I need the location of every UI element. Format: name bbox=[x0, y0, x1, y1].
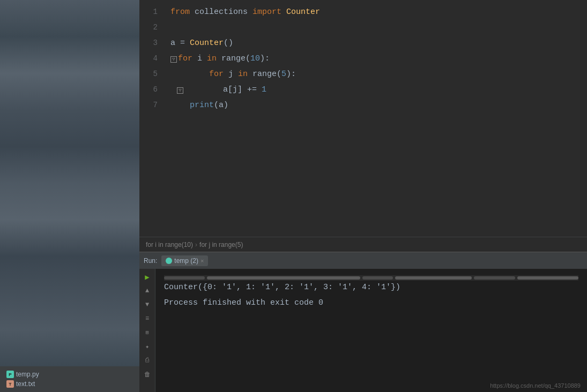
console-area: ▶ ▲ ▼ ≡ ⊞ ✦ ⎙ 🗑 Cou bbox=[139, 269, 587, 392]
breadcrumb-sep-1: › bbox=[195, 241, 197, 248]
run-tab-text: temp (2) bbox=[174, 257, 198, 265]
file-name-txt: text.txt bbox=[16, 380, 35, 388]
run-tab-python-icon bbox=[166, 258, 172, 264]
run-tab-close-button[interactable]: × bbox=[200, 258, 204, 264]
line-number-3: 3 bbox=[139, 35, 166, 50]
line-content-3: a = Counter() bbox=[166, 36, 587, 51]
editor-area: 1 from collections import Counter 2 3 a … bbox=[139, 0, 587, 392]
line-content-5: for j in range(5): bbox=[166, 67, 587, 82]
code-line-5: 5 for j in range(5): bbox=[139, 66, 587, 82]
delete-button[interactable]: 🗑 bbox=[143, 370, 152, 379]
file-item-py[interactable]: P temp.py bbox=[4, 370, 135, 379]
run-tab[interactable]: temp (2) × bbox=[161, 255, 208, 266]
file-item-txt[interactable]: T text.txt bbox=[4, 379, 135, 389]
code-line-6: 6 ▽ a[j] += 1 bbox=[139, 82, 587, 97]
console-scrollbar bbox=[164, 275, 578, 281]
scrollbar-seg-1 bbox=[164, 276, 205, 280]
breadcrumb-bar: for i in range(10) › for j in range(5) bbox=[139, 237, 587, 252]
line-content-2 bbox=[166, 20, 587, 35]
scrollbar-seg-5 bbox=[474, 276, 515, 280]
line-content-7: print(a) bbox=[166, 98, 587, 113]
filter-button[interactable]: ⊞ bbox=[143, 328, 152, 337]
left-sidebar: P temp.py T text.txt bbox=[0, 0, 139, 392]
run-label: Run: bbox=[144, 257, 157, 265]
play-button[interactable]: ▶ bbox=[143, 272, 152, 282]
scrollbar-seg-6 bbox=[517, 276, 578, 280]
line-number-5: 5 bbox=[139, 66, 166, 81]
line-number-1: 1 bbox=[139, 4, 166, 19]
breadcrumb-item-2[interactable]: for j in range(5) bbox=[199, 241, 243, 248]
scroll-down-button[interactable]: ▼ bbox=[143, 300, 152, 310]
line-content-1: from collections import Counter bbox=[166, 5, 587, 20]
sidebar-blurred-content bbox=[0, 0, 139, 366]
code-lines[interactable]: 1 from collections import Counter 2 3 a … bbox=[139, 0, 587, 237]
line-content-4: ▽for i in range(10): bbox=[166, 51, 587, 66]
file-name-py: temp.py bbox=[16, 371, 39, 378]
sidebar-files: P temp.py T text.txt bbox=[0, 366, 139, 392]
console-output-line2: Process finished with exit code 0 bbox=[164, 298, 578, 307]
code-container: 1 from collections import Counter 2 3 a … bbox=[139, 0, 587, 237]
print-button[interactable]: ⎙ bbox=[143, 356, 152, 365]
scrollbar-seg-3 bbox=[362, 276, 393, 280]
line-number-4: 4 bbox=[139, 51, 166, 66]
code-line-7: 7 print(a) bbox=[139, 97, 587, 113]
pin-button[interactable]: ✦ bbox=[143, 342, 152, 351]
align-button[interactable]: ≡ bbox=[143, 314, 152, 323]
console-left-toolbar: ▶ ▲ ▼ ≡ ⊞ ✦ ⎙ 🗑 bbox=[139, 269, 155, 392]
line-number-2: 2 bbox=[139, 20, 166, 35]
scrollbar-seg-2 bbox=[207, 276, 360, 280]
python-file-icon: P bbox=[6, 371, 14, 378]
breadcrumb-item-1[interactable]: for i in range(10) bbox=[146, 241, 193, 248]
main-area: P temp.py T text.txt 1 from collections … bbox=[0, 0, 587, 392]
line-content-6: ▽ a[j] += 1 bbox=[166, 82, 587, 97]
code-line-2: 2 bbox=[139, 20, 587, 35]
scrollbar-seg-4 bbox=[395, 276, 472, 280]
line-number-7: 7 bbox=[139, 97, 166, 112]
console-footer-url: https://blog.csdn.net/qq_43710889 bbox=[490, 382, 581, 389]
code-line-3: 3 a = Counter() bbox=[139, 35, 587, 51]
console-content: Counter({0: '1', 1: '1', 2: '1', 3: '1',… bbox=[155, 269, 587, 392]
txt-file-icon: T bbox=[6, 380, 14, 388]
code-line-1: 1 from collections import Counter bbox=[139, 4, 587, 20]
line-number-6: 6 bbox=[139, 82, 166, 97]
fold-indicator-6[interactable]: ▽ bbox=[177, 87, 183, 94]
code-line-4: 4 ▽for i in range(10): bbox=[139, 51, 587, 66]
scroll-up-button[interactable]: ▲ bbox=[143, 286, 152, 296]
fold-indicator-4[interactable]: ▽ bbox=[170, 56, 177, 63]
run-bar: Run: temp (2) × bbox=[139, 252, 587, 269]
console-output-line1: Counter({0: '1', 1: '1', 2: '1', 3: '1',… bbox=[164, 283, 578, 292]
